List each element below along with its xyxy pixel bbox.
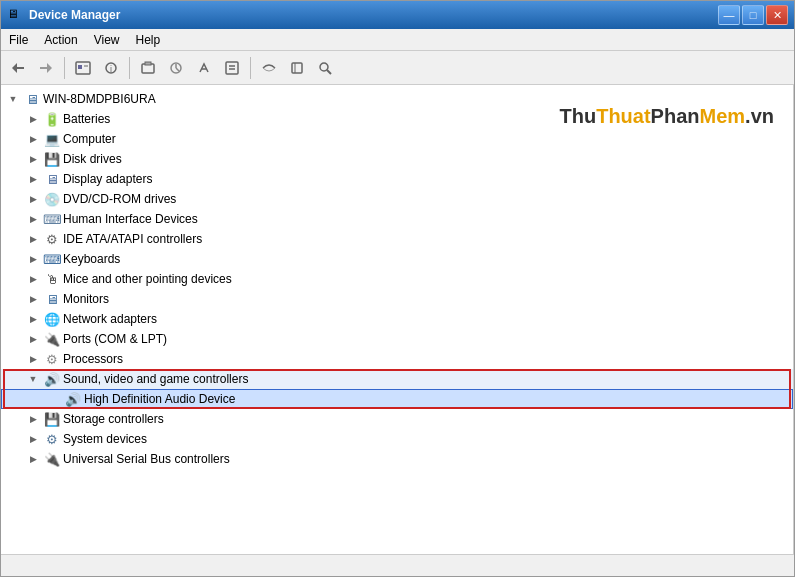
watermark-phan: Phan — [651, 105, 700, 127]
network-icon: 🌐 — [44, 311, 60, 327]
title-bar-left: 🖥 Device Manager — [7, 7, 120, 23]
separator-1 — [64, 57, 65, 79]
back-button[interactable] — [5, 55, 31, 81]
svg-rect-15 — [226, 62, 238, 74]
tree-item-ide[interactable]: ▶ ⚙ IDE ATA/ATAPI controllers — [1, 229, 793, 249]
svg-marker-0 — [12, 63, 17, 73]
tree-item-dvd[interactable]: ▶ 💿 DVD/CD-ROM drives — [1, 189, 793, 209]
toolbar-btn-11[interactable] — [312, 55, 338, 81]
tree-item-computer[interactable]: ▶ 💻 Computer — [1, 129, 793, 149]
close-button[interactable]: ✕ — [766, 5, 788, 25]
expand-icon-mice: ▶ — [25, 271, 41, 287]
disk-icon: 💾 — [44, 151, 60, 167]
ide-label: IDE ATA/ATAPI controllers — [63, 232, 202, 246]
tree-item-hid[interactable]: ▶ ⌨ Human Interface Devices — [1, 209, 793, 229]
dvd-icon: 💿 — [44, 191, 60, 207]
root-label: WIN-8DMDPBI6URA — [43, 92, 156, 106]
hid-icon: ⌨ — [44, 211, 60, 227]
tree-item-monitors[interactable]: ▶ 🖥 Monitors — [1, 289, 793, 309]
battery-icon: 🔋 — [44, 111, 60, 127]
expand-icon-root: ▼ — [5, 91, 21, 107]
toolbar-btn-4[interactable]: i — [98, 55, 124, 81]
display-label: Display adapters — [63, 172, 152, 186]
toolbar-btn-6[interactable] — [163, 55, 189, 81]
expand-icon-monitors: ▶ — [25, 291, 41, 307]
tree-item-ports[interactable]: ▶ 🔌 Ports (COM & LPT) — [1, 329, 793, 349]
toolbar-btn-3[interactable] — [70, 55, 96, 81]
computer-label: Computer — [63, 132, 116, 146]
expand-icon-hid: ▶ — [25, 211, 41, 227]
menu-help[interactable]: Help — [128, 31, 169, 49]
tree-item-usb[interactable]: ▶ 🔌 Universal Serial Bus controllers — [1, 449, 793, 469]
maximize-button[interactable]: □ — [742, 5, 764, 25]
system-label: System devices — [63, 432, 147, 446]
main-content: ThuThuatPhanMem.vn ▼ 🖥 WIN-8DMDPBI6URA ▶… — [1, 85, 794, 554]
tree-item-network[interactable]: ▶ 🌐 Network adapters — [1, 309, 793, 329]
svg-marker-2 — [47, 63, 52, 73]
sound-icon: 🔊 — [44, 371, 60, 387]
keyboards-label: Keyboards — [63, 252, 120, 266]
expand-icon-system: ▶ — [25, 431, 41, 447]
disk-label: Disk drives — [63, 152, 122, 166]
tree-item-system[interactable]: ▶ ⚙ System devices — [1, 429, 793, 449]
tree-item-sound[interactable]: ▼ 🔊 Sound, video and game controllers — [1, 369, 793, 389]
minimize-button[interactable]: — — [718, 5, 740, 25]
tree-item-storage[interactable]: ▶ 💾 Storage controllers — [1, 409, 793, 429]
toolbar-btn-9[interactable] — [256, 55, 282, 81]
tree-item-keyboards[interactable]: ▶ ⌨ Keyboards — [1, 249, 793, 269]
storage-label: Storage controllers — [63, 412, 164, 426]
sound-label: Sound, video and game controllers — [63, 372, 248, 386]
toolbar-btn-8[interactable] — [219, 55, 245, 81]
mouse-icon: 🖱 — [44, 271, 60, 287]
computer-icon: 🖥 — [24, 91, 40, 107]
svg-line-13 — [176, 68, 179, 71]
svg-text:i: i — [110, 64, 112, 74]
network-label: Network adapters — [63, 312, 157, 326]
toolbar-btn-5[interactable] — [135, 55, 161, 81]
separator-2 — [129, 57, 130, 79]
watermark-mem: Mem — [700, 105, 746, 127]
tree-item-hd-audio[interactable]: 🔊 High Definition Audio Device — [1, 389, 793, 409]
expand-icon-ide: ▶ — [25, 231, 41, 247]
tree-panel[interactable]: ▼ 🖥 WIN-8DMDPBI6URA ▶ 🔋 Batteries ▶ 💻 Co… — [1, 85, 794, 554]
toolbar-btn-7[interactable] — [191, 55, 217, 81]
forward-button[interactable] — [33, 55, 59, 81]
tree-item-disk[interactable]: ▶ 💾 Disk drives — [1, 149, 793, 169]
svg-line-21 — [327, 70, 331, 74]
ports-label: Ports (COM & LPT) — [63, 332, 167, 346]
mice-label: Mice and other pointing devices — [63, 272, 232, 286]
svg-rect-10 — [145, 62, 151, 65]
separator-3 — [250, 57, 251, 79]
expand-icon-network: ▶ — [25, 311, 41, 327]
tree-item-display[interactable]: ▶ 🖥 Display adapters — [1, 169, 793, 189]
storage-icon: 💾 — [44, 411, 60, 427]
menu-file[interactable]: File — [1, 31, 36, 49]
watermark: ThuThuatPhanMem.vn — [560, 105, 774, 128]
menu-action[interactable]: Action — [36, 31, 85, 49]
expand-icon-dvd: ▶ — [25, 191, 41, 207]
hd-audio-label: High Definition Audio Device — [84, 392, 235, 406]
watermark-vn: .vn — [745, 105, 774, 127]
status-bar — [1, 554, 794, 576]
expand-icon-processors: ▶ — [25, 351, 41, 367]
title-bar-controls: — □ ✕ — [718, 5, 788, 25]
expand-icon-computer: ▶ — [25, 131, 41, 147]
ide-icon: ⚙ — [44, 231, 60, 247]
usb-label: Universal Serial Bus controllers — [63, 452, 230, 466]
menu-view[interactable]: View — [86, 31, 128, 49]
batteries-label: Batteries — [63, 112, 110, 126]
svg-point-20 — [320, 63, 328, 71]
usb-icon: 🔌 — [44, 451, 60, 467]
computer-icon-2: 💻 — [44, 131, 60, 147]
expand-icon-hd-audio — [46, 391, 62, 407]
toolbar: i — [1, 51, 794, 85]
toolbar-btn-10[interactable] — [284, 55, 310, 81]
menu-bar: File Action View Help — [1, 29, 794, 51]
sound-group-container: ▼ 🔊 Sound, video and game controllers 🔊 … — [1, 369, 793, 409]
tree-item-processors[interactable]: ▶ ⚙ Processors — [1, 349, 793, 369]
tree-item-mice[interactable]: ▶ 🖱 Mice and other pointing devices — [1, 269, 793, 289]
svg-rect-18 — [292, 63, 302, 73]
window-title: Device Manager — [29, 8, 120, 22]
watermark-thuat: Thuat — [596, 105, 650, 127]
display-icon: 🖥 — [44, 171, 60, 187]
